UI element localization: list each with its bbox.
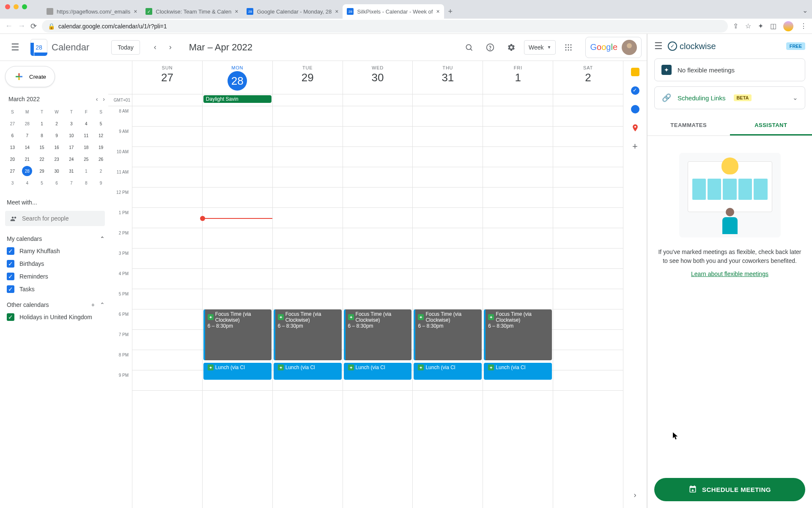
calendar-item[interactable]: ✓Birthdays — [5, 257, 108, 270]
focus-time-event[interactable]: ✦Focus Time (via Clockwise) 6 – 8:30pm — [484, 309, 552, 360]
minimize-window-button[interactable] — [14, 4, 19, 9]
checkbox-icon[interactable]: ✓ — [7, 285, 14, 293]
lunch-event[interactable]: ✦Lunch (via Cl — [414, 363, 482, 380]
learn-flexible-link[interactable]: Learn about flexible meetings — [691, 271, 768, 277]
mini-cal-day[interactable]: 5 — [93, 118, 108, 130]
mini-cal-day[interactable]: 9 — [49, 130, 64, 141]
day-header[interactable]: THU 31 — [412, 61, 483, 94]
search-icon[interactable] — [461, 39, 477, 56]
day-header[interactable]: MON 28 — [202, 61, 272, 94]
browser-tab-silkpixels[interactable]: 28 SilkPixels - Calendar - Week of × — [343, 4, 444, 19]
focus-time-event[interactable]: ✦Focus Time (via Clockwise) 6 – 8:30pm — [274, 309, 342, 360]
mini-cal-day[interactable]: 28 — [20, 118, 35, 130]
mini-cal-day[interactable]: 13 — [5, 141, 20, 153]
calendar-item[interactable]: ✓Tasks — [5, 283, 108, 295]
create-button[interactable]: Create — [5, 66, 55, 87]
mini-cal-day[interactable]: 27 — [5, 165, 20, 177]
day-column[interactable]: ✦Focus Time (via Clockwise) 6 – 8:30pm ✦… — [202, 106, 272, 508]
day-header[interactable]: SUN 27 — [132, 61, 202, 94]
close-tab-icon[interactable]: × — [235, 8, 238, 15]
calendar-item[interactable]: ✓Reminders — [5, 270, 108, 283]
maps-icon[interactable] — [631, 124, 639, 132]
allday-cell-sun[interactable] — [132, 94, 202, 106]
back-icon[interactable]: ← — [5, 22, 13, 30]
tasks-icon[interactable]: ✓ — [631, 86, 639, 95]
allday-cell-sat[interactable] — [553, 94, 623, 106]
mini-cal-day[interactable]: 1 — [79, 165, 93, 177]
mini-cal-day[interactable]: 15 — [35, 141, 49, 153]
mini-cal-day[interactable]: 19 — [93, 141, 108, 153]
mini-cal-day[interactable]: 3 — [64, 118, 79, 130]
mini-cal-day[interactable]: 10 — [64, 130, 79, 141]
mini-cal-day[interactable]: 2 — [49, 118, 64, 130]
focus-time-event[interactable]: ✦Focus Time (via Clockwise) 6 – 8:30pm — [344, 309, 412, 360]
close-tab-icon[interactable]: × — [134, 8, 137, 15]
allday-cell-fri[interactable] — [483, 94, 553, 106]
mini-cal-day[interactable]: 7 — [20, 130, 35, 141]
reload-icon[interactable]: ⟳ — [30, 22, 37, 31]
schedule-meeting-button[interactable]: SCHEDULE MEETING — [654, 478, 805, 501]
address-bar[interactable]: 🔒 calendar.google.com/calendar/u/1/r?pli… — [42, 20, 728, 33]
help-icon[interactable] — [482, 39, 499, 56]
other-calendars-toggle[interactable]: Other calendars + ⌃ — [5, 299, 108, 311]
mini-cal-day[interactable]: 4 — [20, 177, 35, 189]
checkbox-icon[interactable]: ✓ — [7, 273, 14, 280]
mini-cal-day[interactable]: 23 — [49, 153, 64, 165]
today-button[interactable]: Today — [111, 40, 140, 55]
share-icon[interactable]: ⇪ — [733, 22, 738, 30]
focus-time-event[interactable]: ✦Focus Time (via Clockwise) 6 – 8:30pm — [203, 309, 272, 360]
focus-time-event[interactable]: ✦Focus Time (via Clockwise) 6 – 8:30pm — [414, 309, 482, 360]
checkbox-icon[interactable]: ✓ — [7, 247, 14, 255]
view-selector[interactable]: Week ▼ — [524, 40, 556, 55]
mini-cal-day[interactable]: 8 — [79, 177, 93, 189]
allday-cell-wed[interactable] — [343, 94, 413, 106]
day-header[interactable]: TUE 29 — [272, 61, 343, 94]
browser-tab-pageflows[interactable]: https://pageflows.com/_emails × — [42, 4, 141, 19]
mini-cal-day[interactable]: 25 — [79, 153, 93, 165]
add-calendar-icon[interactable]: + — [91, 301, 95, 308]
my-calendars-toggle[interactable]: My calendars ⌃ — [5, 233, 108, 245]
mini-cal-day[interactable]: 27 — [5, 118, 20, 130]
lunch-event[interactable]: ✦Lunch (via Cl — [274, 363, 342, 380]
mini-cal-day[interactable]: 16 — [49, 141, 64, 153]
calendar-item[interactable]: ✓Ramy Khuffash — [5, 245, 108, 257]
no-flex-meetings-card[interactable]: ✦ No flexible meetings — [654, 58, 805, 81]
tabs-dropdown-icon[interactable]: ⌄ — [798, 2, 812, 19]
main-menu-icon[interactable]: ☰ — [5, 42, 25, 53]
day-column[interactable]: ✦Focus Time (via Clockwise) 6 – 8:30pm ✦… — [483, 106, 553, 508]
mini-cal-day[interactable]: 29 — [35, 165, 49, 177]
scheduling-links-card[interactable]: 🔗 Scheduling Links BETA ⌄ — [654, 86, 805, 109]
mini-cal-day[interactable]: 11 — [79, 130, 93, 141]
apps-grid-icon[interactable] — [560, 39, 577, 56]
day-column[interactable]: ✦Focus Time (via Clockwise) 6 – 8:30pm ✦… — [412, 106, 483, 508]
extensions-icon[interactable]: ✦ — [758, 22, 763, 30]
tab-assistant[interactable]: ASSISTANT — [730, 116, 812, 135]
mini-cal-day[interactable]: 6 — [5, 130, 20, 141]
mini-cal-day[interactable]: 14 — [20, 141, 35, 153]
maximize-window-button[interactable] — [22, 4, 27, 9]
mini-cal-day[interactable]: 18 — [79, 141, 93, 153]
mini-cal-day[interactable]: 17 — [64, 141, 79, 153]
browser-menu-icon[interactable]: ⋮ — [800, 22, 807, 30]
mini-cal-day[interactable]: 4 — [79, 118, 93, 130]
allday-cell-mon[interactable]: Daylight Savin — [202, 94, 272, 106]
people-search-input[interactable] — [5, 211, 105, 226]
mini-cal-day[interactable]: 28 — [20, 165, 35, 177]
new-tab-button[interactable]: + — [444, 5, 457, 19]
cw-menu-icon[interactable]: ☰ — [654, 41, 663, 52]
lunch-event[interactable]: ✦Lunch (via Cl — [484, 363, 552, 380]
browser-tab-gcal[interactable]: 28 Google Calendar - Monday, 28 × — [242, 4, 343, 19]
mini-cal-day[interactable]: 20 — [5, 153, 20, 165]
mini-cal-day[interactable]: 7 — [64, 177, 79, 189]
profile-avatar-icon[interactable] — [783, 21, 793, 31]
day-column[interactable] — [132, 106, 202, 508]
allday-event-chip[interactable]: Daylight Savin — [203, 95, 272, 103]
mini-cal-day[interactable]: 24 — [64, 153, 79, 165]
mini-cal-day[interactable]: 1 — [35, 118, 49, 130]
bookmark-icon[interactable]: ☆ — [745, 22, 751, 30]
mini-cal-day[interactable]: 2 — [93, 165, 108, 177]
close-tab-icon[interactable]: × — [436, 8, 439, 15]
next-week-button[interactable]: › — [164, 41, 177, 54]
day-header[interactable]: FRI 1 — [483, 61, 553, 94]
day-header[interactable]: WED 30 — [343, 61, 413, 94]
